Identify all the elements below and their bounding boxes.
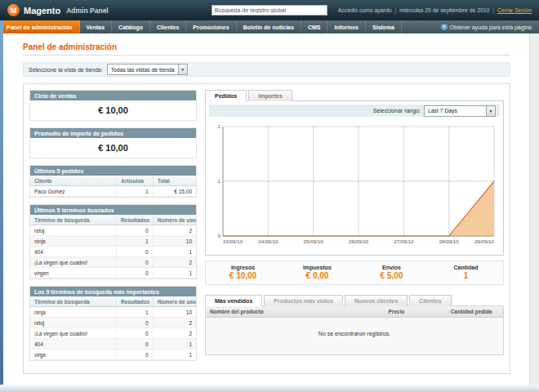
average-orders-value: € 10,00 [30, 138, 196, 158]
tab-orders[interactable]: Pedidos [205, 90, 247, 101]
table-row[interactable]: ¡La virgen que cuadro! 0 2 [30, 257, 196, 268]
magento-admin-dashboard: M Magento Admin Panel Accedió como apard… [0, 0, 539, 392]
table-row[interactable]: virge 0 1 [30, 350, 196, 360]
last-search-table: Término de búsqueda Resultados Número de… [30, 215, 196, 278]
main-nav: Panel de administración Ventas Catálogo … [0, 20, 539, 33]
nav-item-system[interactable]: Sistema [366, 20, 402, 33]
help-icon: ? [441, 24, 448, 30]
lifetime-sales-widget: Ciclo de ventas € 10,00 [29, 90, 197, 121]
title-divider [23, 55, 510, 56]
table-row[interactable]: ¡La virgen que cuadro! 0 2 [30, 328, 196, 339]
column-header: Cliente [30, 176, 117, 186]
svg-text:27/09/10: 27/09/10 [394, 238, 414, 244]
store-view-switcher: Seleccione la vista de tienda: Todas las… [23, 62, 510, 77]
last-orders-widget: Últimos 5 pedidos Cliente Artículos Tota… [29, 165, 197, 198]
stat-quantity: Cantidad 1 [429, 265, 503, 280]
window-edge-left [0, 20, 3, 385]
column-header: Nombre del producto [206, 306, 384, 318]
chevron-down-icon: ▾ [486, 106, 495, 116]
table-row[interactable]: 404 0 1 [30, 247, 196, 257]
column-header: Resultados [117, 215, 154, 225]
logo-text: Magento [24, 6, 60, 16]
empty-records-message: No se encontraron registros. [206, 318, 503, 354]
store-view-label: Seleccione la vista de tienda: [29, 67, 103, 73]
nav-item-promotions[interactable]: Promociones [186, 20, 236, 33]
orders-chart-panel: Seleccionar rango: Last 7 Days ▾ 23/09/1… [205, 100, 504, 256]
store-view-select[interactable]: Todas las vistas de tienda ▾ [107, 64, 188, 75]
nav-item-sales[interactable]: Ventas [80, 20, 113, 33]
logo-suffix: Admin Panel [66, 7, 108, 15]
svg-text:25/09/10: 25/09/10 [304, 238, 324, 244]
logged-in-as: Accedió como apardo [338, 7, 392, 13]
chart-tabs: Pedidos Importes [205, 90, 504, 101]
widget-title: Últimos 5 términos buscados [30, 205, 196, 215]
last-orders-table: Cliente Artículos Total Paco Gomez 1 € 1… [30, 176, 196, 197]
header-session-info: Accedió como apardo | miércoles 29 de se… [338, 7, 532, 13]
table-row[interactable]: ninja 1 10 [30, 236, 196, 247]
header-bar: M Magento Admin Panel Accedió como apard… [0, 0, 539, 20]
table-row[interactable]: Paco Gomez 1 € 15,00 [30, 186, 196, 197]
separator: | [395, 7, 397, 13]
lifetime-sales-value: € 10,00 [30, 100, 196, 120]
table-row[interactable]: ninja 1 10 [30, 307, 196, 318]
nav-item-catalog[interactable]: Catálogo [112, 20, 150, 33]
dashboard-right-column: Pedidos Importes Seleccionar rango: Last… [205, 90, 504, 368]
column-header: Precio [384, 306, 446, 318]
stat-tax: Impuestos € 0,00 [280, 265, 354, 280]
widget-title: Últimos 5 pedidos [30, 166, 196, 176]
table-row[interactable]: 404 0 1 [30, 339, 196, 350]
column-header: Término de búsqueda [30, 296, 117, 307]
page-help-link[interactable]: ? Obtener ayuda para esta página [434, 20, 539, 33]
column-header: Número de usos [153, 215, 196, 225]
tab-bestsellers[interactable]: Más vendidos [205, 295, 262, 306]
last-search-widget: Últimos 5 términos buscados Término de b… [29, 204, 197, 279]
svg-text:23/09/10: 23/09/10 [223, 238, 243, 244]
widget-title: Promedio de importe de pedidos [30, 128, 196, 138]
window-bottom-strip [0, 385, 539, 392]
table-row[interactable]: virgen 0 1 [30, 268, 196, 278]
table-row[interactable]: reloj 0 2 [30, 225, 196, 236]
bestsellers-grid: Nombre del producto Precio Cantidad pedi… [205, 305, 504, 355]
column-header: Cantidad pedida [447, 306, 503, 318]
svg-text:29/09/10: 29/09/10 [474, 238, 495, 244]
global-search-input[interactable] [212, 5, 327, 16]
nav-item-customers[interactable]: Clientes [150, 20, 186, 33]
tab-most-viewed[interactable]: Productos más vistos [264, 295, 343, 306]
stat-revenue: Ingresos € 10,00 [206, 265, 280, 280]
window-edge-right [529, 33, 539, 385]
nav-item-cms[interactable]: CMS [301, 20, 328, 33]
svg-text:28/09/10: 28/09/10 [439, 238, 460, 244]
current-date: miércoles 29 de septiembre de 2010 [399, 7, 489, 13]
page-title: Panel de administración [23, 42, 510, 51]
tab-amounts[interactable]: Importes [248, 90, 292, 101]
column-header: Término de búsqueda [30, 215, 117, 225]
stat-shipping: Envíos € 5,00 [354, 265, 429, 280]
nav-item-dashboard[interactable]: Panel de administración [0, 20, 80, 33]
separator: | [492, 7, 494, 13]
tab-new-customers[interactable]: Nuevos clientes [345, 295, 408, 306]
average-orders-widget: Promedio de importe de pedidos € 10,00 [29, 127, 197, 158]
dashboard-left-column: Ciclo de ventas € 10,00 Promedio de impo… [29, 90, 197, 368]
magento-logo-icon: M [7, 4, 20, 16]
top-search-table: Término de búsqueda Resultados Número de… [30, 296, 196, 360]
dashboard-container: Ciclo de ventas € 10,00 Promedio de impo… [23, 83, 510, 374]
range-select[interactable]: Last 7 Days ▾ [424, 105, 496, 117]
top-search-widget: Los 5 términos de búsqueda más important… [29, 286, 197, 361]
svg-text:26/09/10: 26/09/10 [349, 238, 369, 244]
svg-text:0: 0 [218, 233, 221, 238]
nav-item-reports[interactable]: Informes [327, 20, 366, 33]
column-header: Resultados [117, 296, 154, 307]
widget-title: Los 5 términos de búsqueda más important… [30, 287, 196, 296]
content-area: Panel de administración Seleccione la vi… [3, 33, 530, 385]
svg-text:1: 1 [218, 178, 221, 184]
logout-link[interactable]: Cerrar Sesión [497, 7, 532, 13]
chevron-down-icon: ▾ [178, 65, 187, 74]
orders-chart: 23/09/1024/09/1025/09/1026/09/1027/09/10… [210, 121, 499, 250]
table-row[interactable]: reloj 0 2 [30, 318, 196, 328]
tab-customers[interactable]: Clientes [409, 295, 451, 306]
nav-item-newsletter[interactable]: Boletín de noticias [237, 20, 301, 33]
range-selector-bar: Seleccionar rango: Last 7 Days ▾ [209, 105, 500, 117]
svg-text:24/09/10: 24/09/10 [258, 238, 278, 244]
svg-text:2: 2 [218, 123, 221, 129]
range-label: Seleccionar rango: [373, 108, 421, 114]
